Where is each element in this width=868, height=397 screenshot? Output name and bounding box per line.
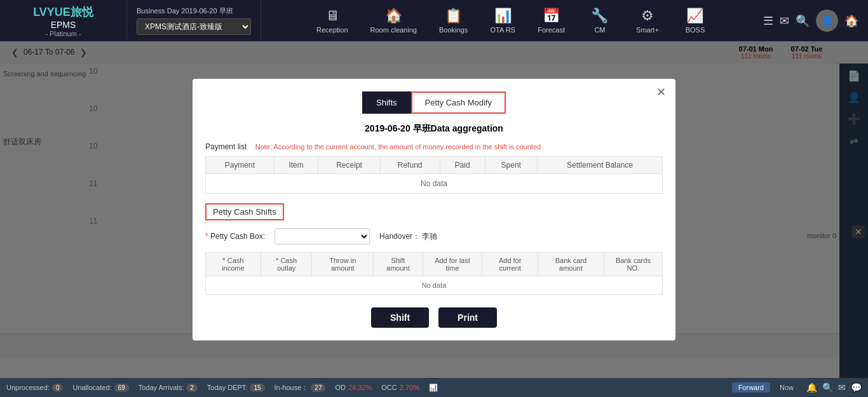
- shift-button[interactable]: Shift: [371, 307, 429, 328]
- search-bottom-icon[interactable]: 🔍: [822, 382, 833, 393]
- unallocated-label: Unallocated:: [72, 384, 111, 391]
- payment-no-data: No data: [206, 174, 663, 194]
- col-item: Item: [274, 157, 318, 174]
- nav-item-cm[interactable]: 🔧 CM: [578, 0, 622, 41]
- otars-icon: 📊: [494, 8, 512, 24]
- handover-label: Handover： 李驰: [379, 231, 437, 242]
- modal-overlay: ✕ Shifts Petty Cash Modify 2019-06-20 早班…: [0, 41, 868, 378]
- nav-item-bookings[interactable]: 📋 Bookings: [430, 0, 477, 41]
- modal-close-button[interactable]: ✕: [656, 85, 666, 99]
- col-spent: Spent: [485, 157, 537, 174]
- payment-list-row: Payment list Note: According to the curr…: [205, 142, 663, 151]
- message-bottom-icon[interactable]: 💬: [851, 382, 862, 393]
- smart-icon: ⚙: [641, 8, 654, 24]
- nav-item-roomcleaning[interactable]: 🏠 Room cleaning: [361, 0, 426, 41]
- nav-item-forecast[interactable]: 📅 Forecast: [528, 0, 574, 41]
- nav-label-smart: Smart+: [636, 26, 659, 34]
- unprocessed-value: 0: [52, 384, 64, 392]
- unallocated-value: 69: [114, 384, 129, 392]
- nav-label-forecast: Forecast: [538, 26, 565, 34]
- nav-label-boss: BOSS: [686, 26, 705, 34]
- nav-right: ☰ ✉ 🔍 👤 🏠: [763, 10, 868, 32]
- forecast-icon: 📅: [543, 8, 560, 24]
- tab-shifts[interactable]: Shifts: [362, 91, 411, 114]
- today-arrivals-stat: Today Arrivals: 2: [139, 384, 198, 392]
- col-receipt: Receipt: [318, 157, 380, 174]
- nav-label-bookings: Bookings: [439, 26, 468, 34]
- hotel-select[interactable]: XPMS测试酒店-致臻版: [137, 18, 251, 35]
- petty-cash-form-row: * Petty Cash Box: Handover： 李驰: [205, 228, 663, 245]
- payment-table: Payment Item Receipt Refund Paid Spent S…: [205, 156, 663, 194]
- petty-cash-section-header: Petty Cash Shifts: [205, 203, 284, 220]
- today-arrivals-value: 2: [186, 384, 198, 392]
- payment-no-data-row: No data: [206, 174, 663, 194]
- unprocessed-stat: Unprocessed: 0: [6, 384, 63, 392]
- bottom-icons: 🔔 🔍 ✉ 💬: [806, 382, 862, 393]
- platinum-text: - Platinum -: [45, 30, 81, 37]
- nav-icons: 🖥 Reception 🏠 Room cleaning 📋 Bookings 📊…: [261, 0, 763, 41]
- today-dept-value: 15: [250, 384, 264, 392]
- today-dept-label: Today DEPT:: [207, 384, 248, 391]
- col-throw-in: Throw in amount: [312, 253, 374, 276]
- col-shift-amount: Shift amount: [374, 253, 423, 276]
- handover-label-text: Handover：: [379, 232, 420, 241]
- nav-label-roomcleaning: Room cleaning: [370, 26, 417, 34]
- business-day: Business Day 2019-06-20 早班: [137, 6, 251, 16]
- boss-icon: 📈: [686, 8, 703, 24]
- in-house-label: In-house：: [275, 383, 309, 393]
- col-refund: Refund: [380, 157, 440, 174]
- payment-header-row: Payment Item Receipt Refund Paid Spent S…: [206, 157, 663, 174]
- col-bank-cards-no: Bank cards NO.: [604, 253, 662, 276]
- col-add-current: Add for current: [482, 253, 538, 276]
- top-navigation: LVYUE旅悦 EPMS - Platinum - Business Day 2…: [0, 0, 868, 41]
- nav-label-otars: OTA RS: [490, 26, 515, 34]
- occ-label: OCC: [381, 384, 397, 391]
- forward-button[interactable]: Forward: [732, 382, 770, 393]
- nav-item-reception[interactable]: 🖥 Reception: [307, 0, 358, 41]
- modal-title: 2019-06-20 早班Data aggregation: [205, 123, 663, 135]
- col-bank-card-amount: Bank card amount: [538, 253, 604, 276]
- col-cash-outlay: * Cash outlay: [261, 253, 312, 276]
- nav-item-smart[interactable]: ⚙ Smart+: [625, 0, 670, 41]
- logo-text: LVYUE旅悦: [33, 4, 93, 20]
- handover-value: 李驰: [422, 232, 437, 241]
- nav-label-reception: Reception: [316, 26, 348, 34]
- now-label: Now: [780, 384, 794, 391]
- nav-item-otars[interactable]: 📊 OTA RS: [480, 0, 525, 41]
- modal-tabs: Shifts Petty Cash Modify: [205, 91, 663, 114]
- mail-icon[interactable]: ✉: [780, 14, 789, 28]
- unprocessed-label: Unprocessed:: [6, 384, 50, 391]
- tab-petty-cash-modify[interactable]: Petty Cash Modify: [411, 91, 506, 114]
- search-icon[interactable]: 🔍: [796, 14, 810, 28]
- menu-icon[interactable]: ☰: [763, 14, 773, 28]
- cm-icon: 🔧: [591, 8, 608, 24]
- print-button[interactable]: Print: [438, 307, 497, 328]
- hotel-select-area: Business Day 2019-06-20 早班 XPMS测试酒店-致臻版: [127, 0, 261, 41]
- petty-no-data: No data: [206, 276, 663, 295]
- petty-cash-box-label: * Petty Cash Box:: [205, 232, 265, 241]
- logo-area: LVYUE旅悦 EPMS - Platinum -: [0, 0, 127, 41]
- col-cash-income: * Cash income: [206, 253, 261, 276]
- modal-dialog: ✕ Shifts Petty Cash Modify 2019-06-20 早班…: [193, 79, 675, 340]
- nav-item-boss[interactable]: 📈 BOSS: [673, 0, 717, 41]
- home-icon[interactable]: 🏠: [844, 14, 858, 28]
- notification-icon[interactable]: 🔔: [806, 382, 817, 393]
- modal-footer: Shift Print: [205, 307, 663, 328]
- epms-text: EPMS: [51, 20, 76, 30]
- petty-cash-box-text: Petty Cash Box:: [210, 232, 265, 241]
- petty-header-row: * Cash income * Cash outlay Throw in amo…: [206, 253, 663, 276]
- mail-bottom-icon[interactable]: ✉: [838, 382, 846, 393]
- avatar[interactable]: 👤: [816, 10, 838, 32]
- od-stat: OD 24.32%: [335, 384, 372, 391]
- chart-icon[interactable]: 📊: [429, 384, 438, 392]
- payment-note: Note: According to the current account, …: [255, 143, 541, 151]
- col-paid: Paid: [440, 157, 485, 174]
- bookings-icon: 📋: [445, 8, 462, 24]
- od-label: OD: [335, 384, 346, 391]
- col-payment: Payment: [206, 157, 275, 174]
- today-arrivals-label: Today Arrivals:: [139, 384, 184, 391]
- in-house-stat: In-house： 27: [275, 383, 326, 393]
- petty-cash-box-select[interactable]: [275, 228, 370, 245]
- col-settlement: Settlement Balance: [538, 157, 663, 174]
- petty-no-data-row: No data: [206, 276, 663, 295]
